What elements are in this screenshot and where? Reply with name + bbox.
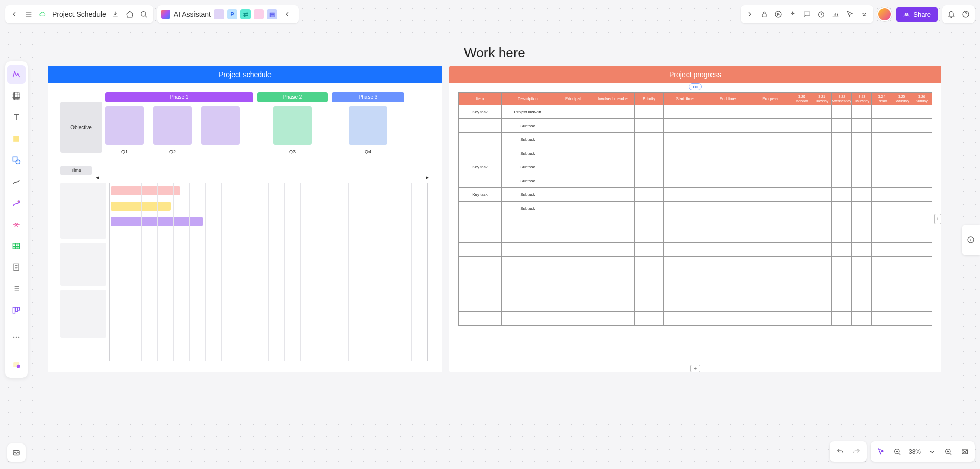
schedule-panel[interactable]: Project schedule Objective Phase 1 Q1 Q2	[48, 66, 442, 372]
right-tools-group	[741, 5, 873, 23]
nav-group: Project Schedule	[5, 5, 153, 23]
comment-button[interactable]	[800, 7, 814, 21]
q4-label: Q4	[349, 149, 387, 154]
phase1-box-q2[interactable]	[153, 106, 192, 145]
view-group: 38%	[871, 441, 975, 462]
menu-button[interactable]	[21, 7, 36, 21]
share-label: Share	[913, 11, 931, 18]
gantt-group-2[interactable]	[60, 243, 106, 286]
tag-button[interactable]	[122, 7, 137, 21]
redo-button[interactable]	[848, 443, 865, 460]
svg-rect-13	[15, 307, 17, 311]
tool-pen[interactable]	[7, 194, 26, 212]
sparkle-button[interactable]	[786, 7, 800, 21]
tool-templates[interactable]	[7, 355, 26, 374]
lock-button[interactable]	[757, 7, 771, 21]
zoom-dropdown[interactable]	[924, 443, 940, 460]
tool-list[interactable]	[7, 280, 26, 298]
phase-3-header[interactable]: Phase 3	[332, 92, 404, 102]
tool-more[interactable]	[7, 328, 26, 347]
tool-frame[interactable]	[7, 87, 26, 105]
progress-ellipsis-button[interactable]: •••	[689, 83, 702, 90]
timer-button[interactable]	[814, 7, 828, 21]
gantt-grid[interactable]	[109, 183, 428, 361]
svg-rect-12	[13, 307, 15, 313]
tool-kanban[interactable]	[7, 301, 26, 319]
more-chevrons-button[interactable]	[857, 7, 871, 21]
fit-view-button[interactable]	[957, 443, 973, 460]
phase1-box-q1[interactable]	[105, 106, 144, 145]
phase-2-header[interactable]: Phase 2	[257, 92, 328, 102]
play-button[interactable]	[771, 7, 786, 21]
history-group	[830, 441, 867, 462]
q3-label: Q3	[273, 149, 312, 154]
svg-rect-14	[18, 307, 19, 310]
ai-logo-icon	[161, 10, 170, 19]
ai-chip-1[interactable]	[214, 9, 224, 19]
q1-label: Q1	[105, 149, 144, 154]
gantt-group-1[interactable]	[60, 183, 106, 239]
time-label[interactable]: Time	[60, 166, 92, 175]
zoom-out-button[interactable]	[889, 443, 905, 460]
share-button[interactable]: Share	[896, 7, 938, 22]
phase1-box-q3a[interactable]	[201, 106, 240, 145]
add-column-button[interactable]: +	[934, 214, 941, 224]
ai-chip-flow[interactable]: ⇄	[240, 9, 251, 19]
document-title[interactable]: Project Schedule	[50, 10, 108, 18]
help-button[interactable]	[959, 7, 973, 21]
work-area: Work here Project schedule Objective Pha…	[33, 36, 957, 413]
svg-point-17	[18, 337, 20, 338]
cloud-icon[interactable]	[36, 7, 50, 21]
undo-button[interactable]	[832, 443, 848, 460]
top-toolbar: Project Schedule AI Assistant P ⇄ ▤	[5, 5, 975, 23]
ai-assistant-group[interactable]: AI Assistant P ⇄ ▤	[157, 5, 299, 23]
progress-panel[interactable]: Project progress ••• ItemDescriptionPrin…	[449, 66, 941, 372]
zoom-level[interactable]: 38%	[905, 448, 924, 455]
q2-label: Q2	[153, 149, 192, 154]
expand-right-button[interactable]	[743, 7, 757, 21]
gantt-bar-2[interactable]	[111, 202, 171, 211]
svg-point-15	[13, 337, 15, 338]
tool-shape[interactable]	[7, 151, 26, 169]
download-button[interactable]	[108, 7, 122, 21]
cursor-button[interactable]	[843, 7, 857, 21]
phase2-box[interactable]	[273, 106, 312, 145]
top-right-group: Share	[741, 5, 975, 23]
notif-group	[942, 5, 975, 23]
svg-point-8	[16, 160, 20, 164]
tool-text[interactable]	[7, 108, 26, 127]
chart-button[interactable]	[828, 7, 843, 21]
layers-button[interactable]	[7, 443, 26, 462]
ai-collapse-button[interactable]	[280, 7, 295, 21]
ai-chip-p[interactable]: P	[227, 9, 237, 19]
svg-rect-6	[13, 136, 19, 142]
objective-box[interactable]: Objective	[60, 102, 102, 153]
tool-doc[interactable]	[7, 258, 26, 277]
tool-select[interactable]	[7, 65, 26, 84]
tool-connector[interactable]	[7, 172, 26, 191]
ai-chip-chat[interactable]: ▤	[267, 9, 277, 19]
progress-table[interactable]: ItemDescriptionPrincipalInvolved memberP…	[458, 92, 932, 326]
phase3-box[interactable]	[349, 106, 387, 145]
add-row-button[interactable]: +	[690, 365, 700, 372]
user-avatar[interactable]	[877, 7, 892, 21]
zoom-in-button[interactable]	[940, 443, 957, 460]
bottom-right-controls: 38%	[830, 441, 975, 462]
gantt-group-3[interactable]	[60, 290, 106, 338]
timeline-axis	[99, 178, 426, 178]
search-button[interactable]	[137, 7, 151, 21]
svg-rect-1	[762, 14, 766, 17]
ai-chip-4[interactable]	[254, 9, 264, 19]
pointer-mode-button[interactable]	[873, 443, 889, 460]
tool-mindmap[interactable]	[7, 215, 26, 234]
gantt-bar-1[interactable]	[111, 186, 180, 195]
svg-point-16	[16, 337, 17, 338]
info-panel-toggle[interactable]	[962, 225, 980, 255]
tool-sticky[interactable]	[7, 130, 26, 148]
svg-point-2	[775, 11, 781, 17]
phase-1-header[interactable]: Phase 1	[105, 92, 253, 102]
back-button[interactable]	[7, 7, 21, 21]
bell-button[interactable]	[944, 7, 959, 21]
tool-table[interactable]	[7, 237, 26, 255]
ai-label: AI Assistant	[174, 10, 211, 18]
